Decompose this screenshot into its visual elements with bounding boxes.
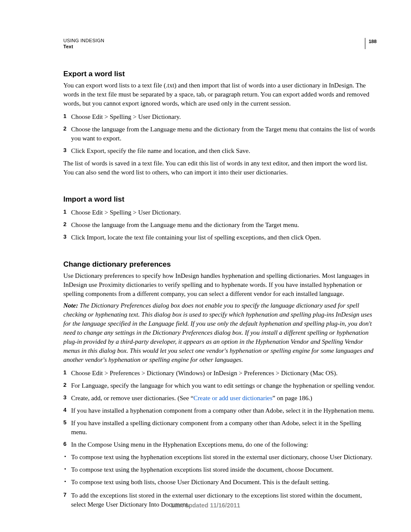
- export-intro: You can export word lists to a text file…: [63, 81, 377, 108]
- prefs-steps: Choose Edit > Preferences > Dictionary (…: [63, 369, 377, 449]
- export-step-1: Choose Edit > Spelling > User Dictionary…: [63, 112, 377, 121]
- prefs-bullets: To compose text using the hyphenation ex…: [63, 453, 377, 487]
- prefs-step-1: Choose Edit > Preferences > Dictionary (…: [63, 369, 377, 378]
- prefs-step-6: In the Compose Using menu in the Hyphena…: [63, 440, 377, 449]
- heading-export: Export a word list: [63, 70, 377, 78]
- doc-chapter: Text: [63, 44, 365, 49]
- prefs-bullet-2: To compose text using the hyphenation ex…: [63, 465, 377, 474]
- footer-updated: Last updated 11/16/2011: [0, 502, 411, 509]
- heading-import: Import a word list: [63, 195, 377, 204]
- header-left: USING INDESIGN Text: [63, 38, 365, 49]
- prefs-step-2: For Language, specify the language for w…: [63, 381, 377, 390]
- import-step-1: Choose Edit > Spelling > User Dictionary…: [63, 208, 377, 217]
- page-content: USING INDESIGN Text 188 Export a word li…: [0, 0, 411, 532]
- export-step-3: Click Export, specify the file name and …: [63, 146, 377, 156]
- link-create-dictionaries[interactable]: Create or add user dictionaries: [193, 395, 272, 401]
- import-step-3: Click Import, locate the text file conta…: [63, 233, 377, 242]
- page-number: 188: [365, 38, 377, 49]
- heading-prefs: Change dictionary preferences: [63, 260, 377, 269]
- export-step-2: Choose the language from the Language me…: [63, 125, 377, 143]
- prefs-intro: Use Dictionary preferences to specify ho…: [63, 271, 377, 299]
- prefs-note: Note: The Dictionary Preferences dialog …: [63, 301, 377, 364]
- prefs-step-5: If you have installed a spelling diction…: [63, 419, 377, 437]
- prefs-step-3-pre: Create, add, or remove user dictionaries…: [71, 395, 193, 401]
- note-label: Note:: [63, 302, 80, 309]
- prefs-bullet-3: To compose text using both lists, choose…: [63, 478, 377, 487]
- prefs-bullet-1: To compose text using the hyphenation ex…: [63, 453, 377, 462]
- export-outro: The list of words is saved in a text fil…: [63, 159, 377, 177]
- prefs-step-3-post: ” on page 186.): [272, 395, 312, 401]
- import-step-2: Choose the language from the Language me…: [63, 221, 377, 230]
- note-text: The Dictionary Preferences dialog box do…: [63, 302, 374, 363]
- prefs-step-4: If you have installed a hyphenation comp…: [63, 406, 377, 415]
- export-steps: Choose Edit > Spelling > User Dictionary…: [63, 112, 377, 156]
- import-steps: Choose Edit > Spelling > User Dictionary…: [63, 208, 377, 242]
- doc-title: USING INDESIGN: [63, 38, 365, 43]
- prefs-step-3: Create, add, or remove user dictionaries…: [63, 394, 377, 403]
- page-header: USING INDESIGN Text 188: [63, 38, 377, 49]
